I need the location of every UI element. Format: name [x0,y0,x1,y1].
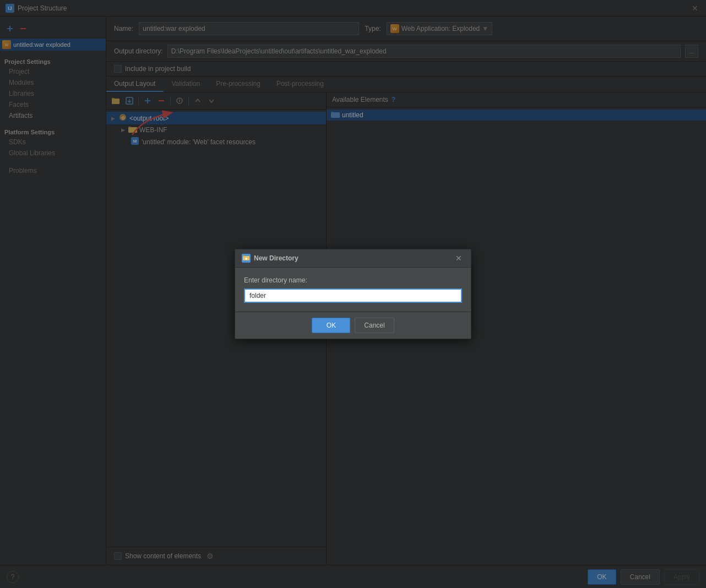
directory-name-input[interactable] [244,288,462,303]
dialog-body: Enter directory name: [235,268,471,312]
dialog-prompt-label: Enter directory name: [244,276,462,284]
dialog-icon [242,254,251,263]
dialog-overlay: New Directory ✕ Enter directory name: OK… [0,0,706,588]
dialog-titlebar: New Directory ✕ [235,249,471,268]
dialog-title: New Directory [254,254,298,262]
dialog-cancel-button[interactable]: Cancel [355,318,394,333]
dialog-close-button[interactable]: ✕ [453,254,464,263]
dialog-footer: OK Cancel [235,312,471,339]
dialog-ok-button[interactable]: OK [312,318,350,333]
new-directory-dialog: New Directory ✕ Enter directory name: OK… [235,249,471,339]
svg-rect-23 [243,255,245,257]
